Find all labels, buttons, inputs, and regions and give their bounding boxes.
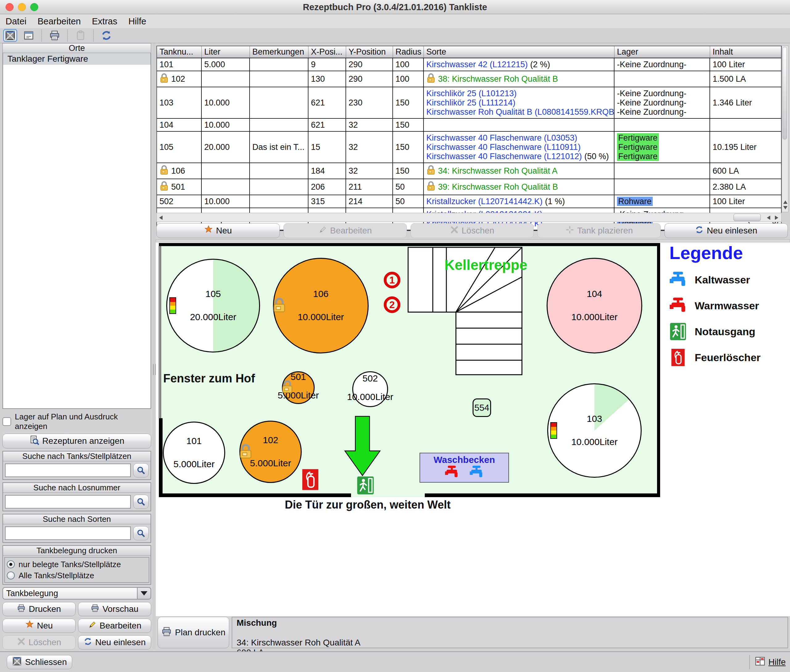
cell-inhalt: 1.346 Liter [710,87,781,118]
sorte-link[interactable]: Kirschwasser Roh Qualität B (L0808141559… [426,107,614,117]
sorte-link[interactable]: Kristallzucker (L1207141442.K) [426,197,543,206]
cell-tanknummer: 104 [157,119,202,131]
sorte-link[interactable]: Kirschlikör 25 (L101213) [426,89,517,98]
cell-radius: 100 [393,58,424,70]
stellplatz-554[interactable]: 554 [473,398,491,417]
search-button-2[interactable] [133,526,149,540]
vertical-scrollbar[interactable] [782,46,788,212]
tank-list-icon[interactable] [3,29,17,42]
sorte-link[interactable]: Kirschwasser 42 (L121215) [426,60,528,69]
column-header-7[interactable]: Lager [614,46,710,58]
tank-105[interactable] [166,259,260,352]
plan-splitter[interactable] [156,239,790,242]
table-row[interactable]: 5012062115039: Kirschwasser Roh Qualität… [157,179,781,195]
lock-icon [426,73,436,85]
cell-radius: 150 [393,119,424,131]
cell-sorte: 34: Kirschwasser Roh Qualität A [424,163,614,179]
tank-liter-label: 5.000Liter [154,459,234,469]
cell-x-position: 9 [308,58,346,70]
column-header-5[interactable]: Radius [393,46,424,58]
menu-item-hilfe[interactable]: Hilfe [128,16,146,27]
search-button-0[interactable] [133,463,149,477]
print-button-row: DruckenVorschau [2,602,151,616]
refresh-icon[interactable] [99,29,114,42]
table-row[interactable]: 10410.00062132150 [157,119,781,132]
rezepturen-anzeigen-button[interactable]: Rezepturen anzeigen [2,434,151,448]
table-action-bearbeiten: Bearbeiten [284,223,407,238]
sidebar-vorschau[interactable]: Vorschau [78,602,151,616]
sorte-link[interactable]: Kirschwasser 40 Flaschenware (L03053) [426,133,577,142]
scroll-left-icon[interactable] [159,216,163,220]
window-icon[interactable] [22,29,36,42]
tank-liter-label: 10.000Liter [554,312,635,322]
table-row[interactable]: 50210.00031521450Kristallzucker (L120714… [157,195,781,208]
dropdown-arrow-icon[interactable] [138,587,151,600]
column-header-1[interactable]: Liter [202,46,250,58]
sidebar-neu[interactable]: Neu [2,619,75,633]
radio-selected[interactable] [7,560,15,568]
search-button-1[interactable] [133,495,149,509]
lock-icon [426,165,436,177]
lock-icon [159,165,169,177]
orte-item[interactable]: Tanklager Fertigware [3,53,151,65]
scroll-down-icon[interactable] [783,206,788,210]
tank-104[interactable] [546,258,642,354]
table-row[interactable]: 10310.000621230150Kirschlikör 25 (L10121… [157,87,781,119]
radio-unselected[interactable] [7,571,15,579]
scroll-right-icon[interactable] [775,216,778,220]
fill-indicator [169,297,176,314]
table-row[interactable]: 1061843215034: Kirschwasser Roh Qualität… [157,163,781,179]
cell-radius: 150 [393,132,424,163]
menu-item-bearbeiten[interactable]: Bearbeiten [38,16,81,27]
cell-x-position: 621 [308,87,346,118]
sidebar-neu-einlesen[interactable]: Neu einlesen [78,635,151,650]
schliessen-button[interactable]: Schliessen [7,655,72,669]
sidebar-drucken[interactable]: Drucken [2,602,75,616]
table-action-neu-einlesen[interactable]: Neu einlesen [665,223,788,238]
tank-106[interactable] [273,258,369,354]
waschbecken-taps [445,466,484,480]
tank-103[interactable] [547,383,642,478]
cell-liter: 20.000 [202,132,250,163]
sidebar-splitter[interactable] [152,43,156,650]
table-row[interactable]: 10213029010038: Kirschwasser Roh Qualitä… [157,71,781,87]
plan-drucken-button[interactable]: Plan drucken [158,617,229,648]
column-header-0[interactable]: Tanknu... [157,46,202,58]
table-action-löschen: Löschen [410,223,534,238]
menu-item-datei[interactable]: Datei [6,16,27,27]
floor-plan: Kellertreppe Fenster zum Hof 554 Waschbe… [159,243,660,497]
column-header-4[interactable]: Y-Position [346,46,393,58]
horizontal-scrollbar[interactable] [156,213,782,222]
search-group-title: Suche nach Sorten [3,514,151,524]
lager-checkbox[interactable] [2,417,11,426]
tank-id-label: 502 [339,373,401,384]
search-input-1[interactable] [5,495,131,509]
sorte-suffix: (1 %) [545,197,565,206]
scroll-up-icon[interactable] [783,200,788,204]
tankbelegung-dropdown[interactable]: Tankbelegung [2,587,151,600]
table-action-neu[interactable]: Neu [156,223,280,238]
sorte-link[interactable]: Kirschwasser 40 Flaschenware (L110911) [426,142,580,152]
vscroll-thumb[interactable] [783,47,787,139]
column-header-8[interactable]: Inhalt [710,46,781,58]
scroll-left2-icon[interactable] [767,216,770,220]
extinguisher-icon [670,349,687,366]
hilfe-button[interactable]: Hilfe [749,655,786,669]
scroll-thumb[interactable] [734,214,761,221]
search-input-2[interactable] [5,526,131,540]
column-header-3[interactable]: X-Posi... [308,46,346,58]
sorte-link[interactable]: Kirschwasser 40 Flaschenware (L121012) [426,152,582,161]
table-row[interactable]: 10520.000Das ist ein T...1532150Kirschwa… [157,132,781,163]
bottom-bar: Schliessen Hilfe [0,651,790,672]
printer-icon [91,604,99,614]
waschbecken-label: Waschbecken [434,454,495,465]
sidebar-bearbeiten[interactable]: Bearbeiten [78,619,151,633]
search-input-0[interactable] [5,464,131,477]
sorte-link[interactable]: Kirschlikör 25 (L111214) [426,98,516,107]
column-header-6[interactable]: Sorte [424,46,614,58]
menu-item-extras[interactable]: Extras [92,16,117,27]
column-header-2[interactable]: Bemerkungen [250,46,308,58]
print-icon[interactable] [48,29,62,42]
table-row[interactable]: 1015.0009290100Kirschwasser 42 (L121215)… [157,58,781,71]
tank-101[interactable] [163,422,225,484]
